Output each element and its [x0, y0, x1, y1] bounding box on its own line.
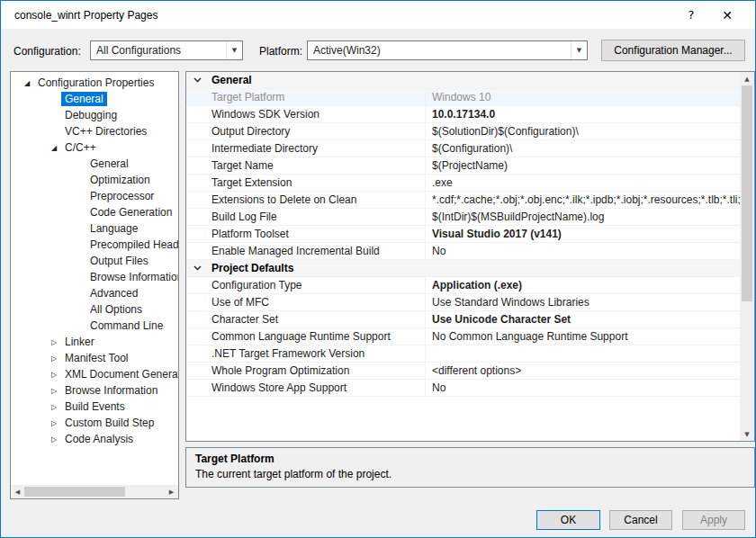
collapse-chevron-icon[interactable]	[194, 265, 212, 271]
property-value[interactable]: No Common Language Runtime Support	[425, 328, 740, 345]
property-row-extensions-to-delete-on-clean[interactable]: Extensions to Delete on Clean*.cdf;*.cac…	[186, 192, 740, 209]
scroll-down-icon[interactable]: ▼	[741, 427, 754, 441]
section-header-project-defaults[interactable]: Project Defaults	[186, 260, 740, 277]
property-row-target-platform[interactable]: Target PlatformWindows 10	[186, 89, 740, 106]
tree-item-configuration-properties[interactable]: ◢Configuration Properties	[11, 75, 178, 91]
property-row-windows-store-app-support[interactable]: Windows Store App SupportNo	[186, 380, 740, 397]
tree-item-general[interactable]: General	[11, 156, 178, 172]
tree-item-label: Linker	[61, 335, 98, 349]
property-name: Windows Store App Support	[186, 380, 425, 396]
tree-collapsed-icon[interactable]: ▷	[47, 387, 61, 395]
property-value[interactable]	[425, 345, 740, 362]
scrollbar-thumb[interactable]	[24, 487, 125, 497]
apply-button[interactable]: Apply	[682, 510, 745, 530]
property-value[interactable]: No	[425, 380, 740, 396]
ok-button[interactable]: OK	[536, 510, 600, 530]
tree-expanded-icon[interactable]: ◢	[20, 79, 34, 87]
property-row-net-target-framework-version[interactable]: .NET Target Framework Version	[186, 345, 740, 363]
tree-item-general[interactable]: General	[11, 91, 178, 107]
property-row-enable-managed-incremental-build[interactable]: Enable Managed Incremental BuildNo	[186, 243, 740, 260]
tree-item-code-generation[interactable]: Code Generation	[11, 204, 178, 220]
tree-collapsed-icon[interactable]: ▷	[47, 354, 61, 363]
property-name: Windows SDK Version	[186, 106, 425, 122]
property-value[interactable]: No	[425, 243, 740, 259]
property-value[interactable]: Application (.exe)	[425, 277, 740, 293]
property-row-target-extension[interactable]: Target Extension.exe	[186, 175, 740, 192]
property-row-configuration-type[interactable]: Configuration TypeApplication (.exe)	[186, 277, 740, 294]
chevron-down-icon[interactable]: ▼	[571, 41, 587, 59]
tree-collapsed-icon[interactable]: ▷	[47, 419, 61, 427]
property-value[interactable]: Use Standard Windows Libraries	[425, 294, 740, 310]
tree-item-label: Configuration Properties	[34, 76, 158, 90]
tree-expanded-icon[interactable]: ◢	[47, 144, 61, 152]
tree-item-linker[interactable]: ▷Linker	[11, 334, 178, 350]
property-name: Target Platform	[186, 89, 425, 105]
configuration-manager-button[interactable]: Configuration Manager...	[601, 40, 745, 61]
property-row-common-language-runtime-support[interactable]: Common Language Runtime SupportNo Common…	[186, 328, 740, 345]
tree-item-output-files[interactable]: Output Files	[11, 253, 178, 269]
tree-item-label: VC++ Directories	[61, 124, 150, 139]
tree-collapsed-icon[interactable]: ▷	[47, 338, 61, 346]
section-header-general[interactable]: General	[186, 72, 740, 89]
config-tree-items: ◢Configuration PropertiesGeneralDebuggin…	[11, 75, 178, 484]
collapse-chevron-icon[interactable]	[194, 77, 212, 83]
tree-item-optimization[interactable]: Optimization	[11, 172, 178, 188]
tree-item-debugging[interactable]: Debugging	[11, 107, 178, 123]
tree-item-manifest-tool[interactable]: ▷Manifest Tool	[11, 350, 178, 366]
tree-item-custom-build-step[interactable]: ▷Custom Build Step	[11, 415, 178, 431]
property-value[interactable]: Use Unicode Character Set	[425, 311, 740, 327]
property-pages-dialog: { "window": { "title": "console_winrt Pr…	[0, 0, 756, 538]
property-value[interactable]: Visual Studio 2017 (v141)	[425, 226, 740, 242]
property-row-platform-toolset[interactable]: Platform ToolsetVisual Studio 2017 (v141…	[186, 226, 740, 243]
tree-item-vc-directories[interactable]: VC++ Directories	[11, 123, 178, 139]
tree-item-advanced[interactable]: Advanced	[11, 285, 178, 301]
tree-item-browse-information[interactable]: Browse Information	[11, 269, 178, 285]
property-row-windows-sdk-version[interactable]: Windows SDK Version10.0.17134.0	[186, 106, 740, 123]
cancel-button[interactable]: Cancel	[609, 510, 672, 530]
tree-item-label: General	[61, 92, 107, 106]
tree-horizontal-scrollbar[interactable]: ◀ ▶	[11, 485, 178, 498]
property-row-target-name[interactable]: Target Name$(ProjectName)	[186, 157, 740, 175]
tree-collapsed-icon[interactable]: ▷	[47, 435, 61, 444]
property-value[interactable]: $(SolutionDir)$(Configuration)\	[425, 123, 740, 139]
property-row-output-directory[interactable]: Output Directory$(SolutionDir)$(Configur…	[186, 123, 740, 140]
close-icon[interactable]: ✕	[712, 1, 742, 29]
tree-item-c-c[interactable]: ◢C/C++	[11, 139, 178, 156]
chevron-down-icon[interactable]: ▼	[226, 41, 242, 59]
tree-collapsed-icon[interactable]: ▷	[47, 403, 61, 411]
scrollbar-thumb[interactable]	[742, 85, 752, 301]
scroll-right-icon[interactable]: ▶	[165, 485, 178, 498]
tree-item-xml-document-generator[interactable]: ▷XML Document Generator	[11, 366, 178, 382]
property-row-character-set[interactable]: Character SetUse Unicode Character Set	[186, 311, 740, 328]
tree-collapsed-icon[interactable]: ▷	[47, 371, 61, 379]
tree-item-all-options[interactable]: All Options	[11, 301, 178, 318]
tree-item-label: XML Document Generator	[61, 367, 178, 381]
scroll-left-icon[interactable]: ◀	[11, 485, 24, 498]
property-value[interactable]: .exe	[425, 175, 740, 191]
tree-item-language[interactable]: Language	[11, 220, 178, 237]
titlebar: console_winrt Property Pages	[1, 1, 755, 29]
property-row-use-of-mfc[interactable]: Use of MFCUse Standard Windows Libraries	[186, 294, 740, 311]
property-value[interactable]: Windows 10	[425, 89, 740, 105]
property-grid: GeneralTarget PlatformWindows 10Windows …	[185, 71, 755, 442]
tree-item-code-analysis[interactable]: ▷Code Analysis	[11, 431, 178, 447]
configuration-combobox[interactable]: All Configurations ▼	[90, 40, 243, 60]
property-value[interactable]: 10.0.17134.0	[425, 106, 740, 122]
property-value[interactable]: $(Configuration)\	[425, 140, 740, 157]
property-row-intermediate-directory[interactable]: Intermediate Directory$(Configuration)\	[186, 140, 740, 157]
tree-item-precompiled-headers[interactable]: Precompiled Headers	[11, 237, 178, 253]
help-icon[interactable]: ?	[676, 1, 706, 29]
scroll-up-icon[interactable]: ▲	[741, 72, 754, 85]
platform-combobox[interactable]: Active(Win32) ▼	[307, 40, 588, 60]
property-value[interactable]: <different options>	[425, 363, 740, 379]
tree-item-command-line[interactable]: Command Line	[11, 318, 178, 334]
property-value[interactable]: $(ProjectName)	[425, 157, 740, 174]
tree-item-browse-information[interactable]: ▷Browse Information	[11, 382, 178, 399]
tree-item-preprocessor[interactable]: Preprocessor	[11, 188, 178, 204]
property-value[interactable]: $(IntDir)$(MSBuildProjectName).log	[425, 209, 740, 225]
property-row-whole-program-optimization[interactable]: Whole Program Optimization<different opt…	[186, 363, 740, 380]
tree-item-build-events[interactable]: ▷Build Events	[11, 399, 178, 415]
property-row-build-log-file[interactable]: Build Log File$(IntDir)$(MSBuildProjectN…	[186, 209, 740, 226]
grid-vertical-scrollbar[interactable]: ▲ ▼	[740, 72, 754, 441]
property-value[interactable]: *.cdf;*.cache;*.obj;*.obj.enc;*.ilk;*.ip…	[425, 192, 740, 208]
